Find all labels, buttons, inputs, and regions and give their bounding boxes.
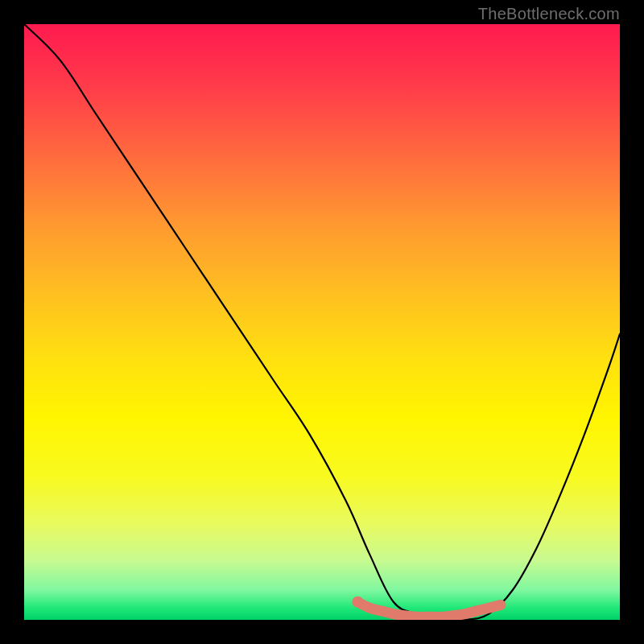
plot-area [24,24,620,620]
chart-container: TheBottleneck.com [0,0,644,644]
chart-svg [24,24,620,620]
optimal-marker-dot [352,597,363,608]
optimal-range-highlight [357,602,501,617]
bottleneck-curve [24,24,620,620]
watermark-text: TheBottleneck.com [478,5,620,23]
